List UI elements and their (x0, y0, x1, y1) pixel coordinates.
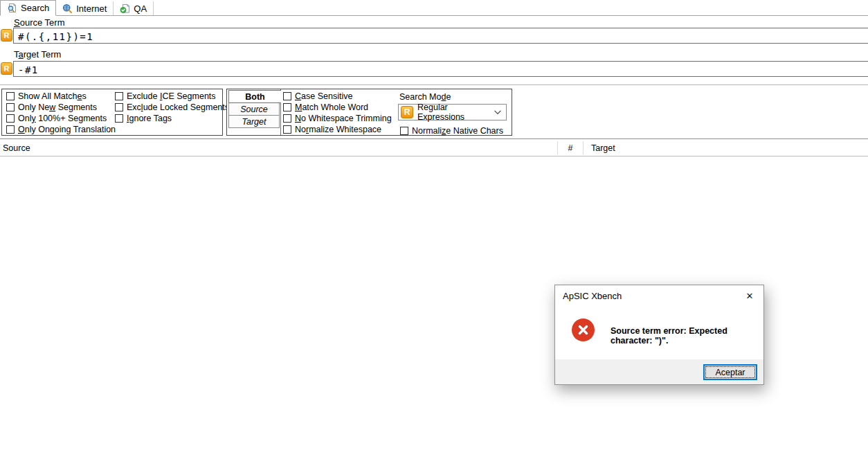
checkbox-exclude-locked-segments[interactable]: Exclude Locked Segments (115, 102, 229, 113)
accept-button[interactable]: Aceptar (703, 364, 757, 380)
segment-filter-groupbox: Show All Matches Only New Segments Only … (1, 89, 223, 136)
column-separator[interactable] (583, 141, 584, 154)
checkbox-box (115, 114, 123, 123)
checkbox-label: Normalize Whitespace (295, 125, 381, 134)
checkbox-label: Exclude Locked Segments (127, 102, 229, 112)
checkbox-no-whitespace-trimming[interactable]: No Whitespace Trimming (283, 113, 392, 124)
checkbox-box (6, 92, 15, 100)
filterbar-top-divider (0, 84, 868, 85)
tab-qa-label: QA (134, 3, 147, 14)
target-term-input[interactable] (13, 61, 868, 77)
scope-tab-target[interactable]: Target (228, 116, 280, 128)
regex-icon: R (1, 29, 12, 42)
scope-tab-label: Both (245, 92, 264, 102)
checkbox-match-whole-word[interactable]: Match Whole Word (283, 102, 392, 113)
search-mode-value: Regular Expressions (417, 102, 490, 122)
checkbox-only-100-segments[interactable]: Only 100%+ Segments (6, 113, 116, 124)
target-term-label: Target Term (14, 49, 61, 60)
checkbox-label: Case Sensitive (295, 91, 352, 101)
tab-internet[interactable]: Internet (56, 1, 114, 15)
checkbox-label: No Whitespace Trimming (295, 114, 392, 123)
checkbox-box (115, 92, 123, 100)
tab-internet-label: Internet (76, 3, 107, 14)
checkbox-normalize-whitespace[interactable]: Normalize Whitespace (283, 124, 392, 135)
match-options-groupbox: Both Source Target Case Sensitive Match … (226, 89, 512, 136)
checkbox-label: Only 100%+ Segments (18, 114, 107, 123)
tab-search-label: Search (21, 3, 49, 13)
checkbox-show-all-matches[interactable]: Show All Matches (6, 91, 116, 102)
checkbox-box (400, 127, 408, 135)
search-mode-dropdown[interactable]: R Regular Expressions (398, 104, 507, 120)
column-header-source[interactable]: Source (3, 143, 30, 153)
close-icon[interactable]: ✕ (736, 285, 763, 306)
checkbox-only-new-segments[interactable]: Only New Segments (6, 102, 116, 113)
qa-check-icon (120, 3, 130, 14)
search-mode-label: Search Mode (399, 92, 451, 102)
tab-qa[interactable]: QA (114, 1, 154, 15)
checkbox-box (283, 114, 291, 123)
checkbox-label: Only New Segments (18, 102, 97, 112)
dialog-footer: Aceptar (555, 359, 763, 384)
checkbox-label: Match Whole Word (295, 102, 368, 112)
tab-search[interactable]: Search (0, 0, 56, 16)
column-header-target[interactable]: Target (591, 143, 615, 153)
error-dialog: ApSIC Xbench ✕ Source term error: Expect… (554, 285, 764, 385)
scope-tab-label: Source (240, 105, 268, 114)
checkbox-box (283, 125, 291, 134)
checkbox-label: Only Ongoing Translation (18, 125, 116, 134)
regex-icon: R (401, 106, 413, 118)
dialog-message: Source term error: Expected character: "… (611, 326, 763, 346)
internet-globe-icon (62, 3, 73, 14)
checkbox-exclude-ice-segments[interactable]: Exclude ICE Segments (115, 91, 229, 102)
checkbox-label: Show All Matches (18, 91, 87, 101)
dialog-title: ApSIC Xbench (555, 285, 763, 306)
checkbox-box (6, 103, 15, 111)
main-tab-bar: Search Internet QA (0, 0, 868, 16)
checkbox-only-ongoing-translation[interactable]: Only Ongoing Translation (6, 124, 116, 135)
checkbox-label: Normalize Native Chars (412, 126, 503, 136)
error-icon (572, 319, 595, 341)
search-document-icon (7, 3, 17, 13)
scope-tab-source[interactable]: Source (228, 103, 280, 116)
scope-tab-label: Target (242, 117, 266, 127)
checkbox-case-sensitive[interactable]: Case Sensitive (283, 91, 392, 102)
regex-icon: R (1, 62, 12, 75)
checkbox-box (115, 103, 123, 111)
column-header-number[interactable]: # (558, 143, 583, 153)
checkbox-normalize-native-chars[interactable]: Normalize Native Chars (400, 125, 503, 136)
checkbox-box (6, 114, 15, 123)
checkbox-ignore-tags[interactable]: Ignore Tags (115, 113, 229, 124)
scope-tab-both[interactable]: Both (228, 90, 281, 103)
checkbox-box (283, 92, 291, 100)
checkbox-label: Exclude ICE Segments (127, 91, 216, 101)
chevron-down-icon (494, 110, 501, 115)
checkbox-label: Ignore Tags (127, 114, 172, 123)
source-term-label: Source Term (14, 17, 64, 28)
checkbox-box (6, 125, 15, 134)
results-header-row: Source # Target (0, 139, 868, 156)
checkbox-box (283, 103, 291, 111)
source-term-input[interactable] (13, 28, 868, 44)
